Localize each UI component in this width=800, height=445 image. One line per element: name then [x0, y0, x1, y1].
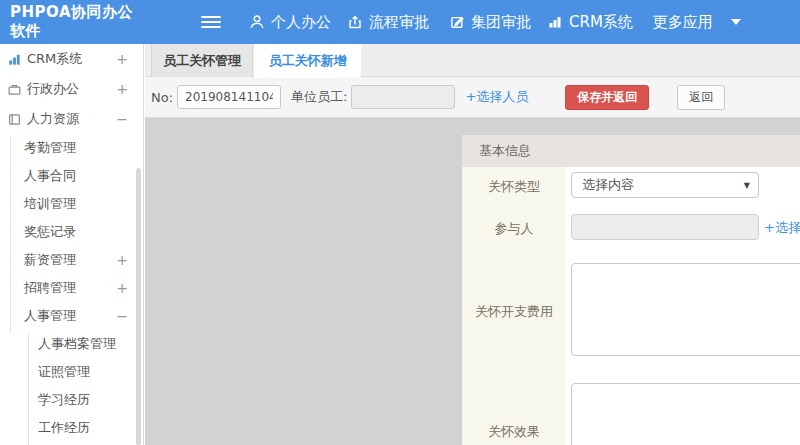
panel-section-header: 基本信息	[462, 135, 800, 167]
nav-item-more-apps[interactable]: 更多应用	[653, 13, 741, 32]
content-canvas: 基本信息 关怀类型 选择内容 ▼ 参与人 +选择人员 关怀开支费用 关怀效果	[145, 118, 800, 445]
tab-employee-care-management[interactable]: 员工关怀管理	[151, 44, 253, 77]
back-button[interactable]: 返回	[677, 85, 725, 110]
nav-item-label: 个人办公	[271, 13, 331, 32]
care-expense-label: 关怀开支费用	[462, 303, 566, 321]
app-logo: PHPOA协同办公软件	[0, 3, 146, 41]
care-type-label: 关怀类型	[462, 178, 566, 196]
sidebar-item-label: 培训管理	[24, 195, 76, 213]
no-input[interactable]	[177, 85, 281, 109]
sidebar-item-label: CRM系统	[27, 50, 82, 68]
care-effect-textarea[interactable]	[571, 383, 800, 445]
nav-item-workflow-approval[interactable]: 流程审批	[347, 13, 429, 32]
collapse-minus-icon[interactable]: −	[116, 308, 128, 324]
book-icon	[7, 112, 22, 127]
sidebar-item-label: 人事档案管理	[38, 335, 116, 353]
care-expense-textarea[interactable]	[571, 263, 800, 356]
caret-down-icon	[731, 19, 741, 25]
sidebar-item-label: 考勤管理	[24, 139, 76, 157]
sidebar-item-label: 人事合同	[24, 167, 76, 185]
nav-item-group-approval[interactable]: 集团审批	[449, 13, 531, 32]
top-navbar: PHPOA协同办公软件 个人办公 流程审批 集团审批	[0, 0, 800, 44]
basic-info-panel: 基本信息 关怀类型 选择内容 ▼ 参与人 +选择人员 关怀开支费用 关怀效果	[462, 135, 800, 445]
tab-label: 员工关怀新增	[269, 52, 347, 70]
sidebar-item-label: 学习经历	[38, 391, 90, 409]
sidebar-item-work-history[interactable]: 工作经历	[0, 414, 143, 442]
care-effect-label: 关怀效果	[462, 423, 566, 441]
sidebar-item-hr-contract[interactable]: 人事合同	[0, 162, 143, 190]
tab-label: 员工关怀管理	[163, 52, 241, 70]
tab-bar: 员工关怀管理 员工关怀新增	[145, 44, 800, 77]
select-participants-link[interactable]: +选择人员	[764, 219, 800, 237]
form-toolbar: No: 单位员工: +选择人员 保存并返回 返回	[145, 77, 800, 118]
sidebar-item-label: 招聘管理	[24, 279, 76, 297]
collapse-minus-icon[interactable]: −	[116, 111, 128, 127]
briefcase-icon	[7, 82, 22, 97]
hamburger-menu-icon[interactable]	[201, 13, 221, 31]
unit-employee-label: 单位员工:	[291, 88, 347, 106]
user-icon	[249, 14, 265, 30]
edit-icon	[449, 14, 465, 30]
participants-input[interactable]	[571, 214, 759, 240]
expand-plus-icon[interactable]: +	[116, 252, 128, 268]
select-person-link[interactable]: +选择人员	[465, 88, 528, 106]
nav-item-crm-system[interactable]: CRM系统	[547, 13, 633, 32]
tab-employee-care-new[interactable]: 员工关怀新增	[254, 44, 361, 78]
bar-chart-icon	[7, 52, 22, 67]
care-type-select[interactable]: 选择内容 ▼	[571, 172, 759, 198]
unit-employee-input[interactable]	[351, 85, 455, 109]
sidebar-item-admin-office[interactable]: 行政办公 +	[0, 74, 143, 104]
sidebar-item-label: 证照管理	[38, 363, 90, 381]
sidebar-item-label: 薪资管理	[24, 251, 76, 269]
sidebar-item-reward-punishment[interactable]: 奖惩记录	[0, 218, 143, 246]
sidebar-item-certificates[interactable]: 证照管理	[0, 358, 143, 386]
sidebar-menu: CRM系统 + 行政办公 + 人力资源 − 考勤管理 人事合同 培训管理 奖惩记…	[0, 44, 144, 445]
bar-chart-icon	[547, 14, 563, 30]
sidebar-item-personnel-mgmt[interactable]: 人事管理 −	[0, 302, 143, 330]
caret-down-icon: ▼	[744, 181, 750, 190]
app-window: PHPOA协同办公软件 个人办公 流程审批 集团审批	[0, 0, 800, 445]
nav-item-label: CRM系统	[569, 13, 633, 32]
expand-plus-icon[interactable]: +	[116, 81, 128, 97]
sidebar-item-label: 人力资源	[27, 110, 79, 128]
sidebar-item-label: 奖惩记录	[24, 223, 76, 241]
main-content: 员工关怀管理 员工关怀新增 No: 单位员工: +选择人员 保存并返回 返回 基…	[145, 44, 800, 445]
nav-item-personal-office[interactable]: 个人办公	[249, 13, 331, 32]
sidebar-item-crm[interactable]: CRM系统 +	[0, 44, 143, 74]
sidebar-scrollbar[interactable]	[136, 168, 141, 445]
sidebar-item-label: 工作经历	[38, 419, 90, 437]
nav-item-label: 更多应用	[653, 13, 713, 32]
sidebar-item-label: 行政办公	[27, 80, 79, 98]
nav-item-label: 集团审批	[471, 13, 531, 32]
participants-label: 参与人	[462, 220, 566, 238]
sidebar-item-recruitment[interactable]: 招聘管理 +	[0, 274, 143, 302]
upload-icon	[347, 14, 363, 30]
sidebar-item-hr[interactable]: 人力资源 −	[0, 104, 143, 134]
nav-item-label: 流程审批	[369, 13, 429, 32]
panel-body: 关怀类型 选择内容 ▼ 参与人 +选择人员 关怀开支费用 关怀效果	[462, 167, 800, 445]
no-label: No:	[151, 90, 173, 105]
expand-plus-icon[interactable]: +	[116, 280, 128, 296]
select-value: 选择内容	[582, 176, 634, 194]
sidebar-item-personnel-files[interactable]: 人事档案管理	[0, 330, 143, 358]
sidebar-item-salary[interactable]: 薪资管理 +	[0, 246, 143, 274]
sidebar-item-training[interactable]: 培训管理	[0, 190, 143, 218]
section-title: 基本信息	[479, 142, 531, 160]
save-and-return-button[interactable]: 保存并返回	[565, 85, 649, 110]
sidebar-item-education-history[interactable]: 学习经历	[0, 386, 143, 414]
expand-plus-icon[interactable]: +	[116, 51, 128, 67]
sidebar-item-attendance[interactable]: 考勤管理	[0, 134, 143, 162]
sidebar-item-label: 人事管理	[24, 307, 76, 325]
